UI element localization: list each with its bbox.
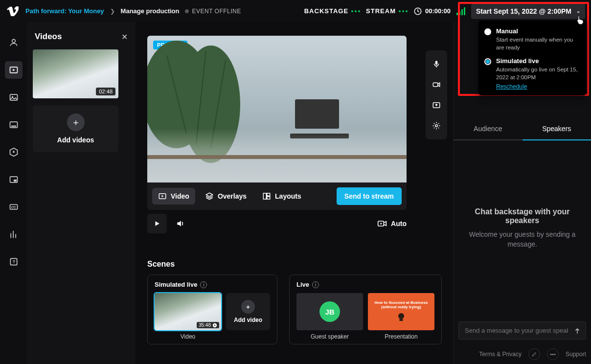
cursor-pointer-icon — [576, 16, 584, 24]
nav-polls[interactable] — [5, 226, 23, 243]
radio-unselected-icon — [484, 28, 491, 35]
svg-rect-24 — [433, 83, 438, 87]
terms-link[interactable]: Terms & Privacy — [479, 351, 522, 358]
duration-badge: 02:48 — [96, 88, 115, 95]
nav-pip[interactable] — [5, 171, 23, 188]
scene-add-video[interactable]: ＋ Add video — [226, 293, 270, 330]
scene-video-label: Video — [155, 333, 221, 340]
left-nav-rail: CC ? — [0, 22, 27, 364]
chat-message-input[interactable] — [458, 321, 586, 340]
tool-video-label: Video — [171, 192, 189, 200]
breadcrumb-project[interactable]: Path forward: Your Money — [25, 7, 104, 15]
preview-monitor: PREVIEW — [147, 36, 407, 182]
option-sim-title: Simulated live — [496, 57, 580, 65]
layout-icon — [262, 192, 271, 201]
svg-rect-6 — [11, 126, 16, 127]
dock-share[interactable] — [427, 95, 446, 115]
auto-toggle[interactable]: Auto — [377, 219, 407, 228]
scenes-heading: Scenes — [147, 260, 441, 269]
pres-line2: (without really trying) — [381, 305, 421, 309]
svg-rect-20 — [267, 193, 270, 196]
avatar: JB — [319, 301, 340, 322]
scene-video-thumb[interactable]: 35:48 — [155, 293, 221, 330]
option-manual-title: Manual — [496, 27, 580, 35]
backstage-label: BACKSTAGE — [304, 7, 348, 15]
tab-audience[interactable]: Audience — [454, 118, 523, 140]
info-icon[interactable]: i — [200, 281, 207, 288]
chat-subtext: Welcome your guests by sending a message… — [464, 230, 580, 249]
tab-speakers[interactable]: Speakers — [523, 118, 591, 140]
right-dock — [426, 50, 447, 139]
close-icon[interactable]: ✕ — [121, 32, 128, 42]
video-thumbnail[interactable]: 02:48 — [33, 49, 118, 98]
info-icon[interactable]: i — [312, 281, 319, 288]
nav-downloads[interactable] — [5, 143, 23, 161]
support-link[interactable]: Support — [566, 351, 586, 358]
tool-overlays-label: Overlays — [218, 192, 247, 200]
scene-add-video-label: Add video — [234, 317, 262, 323]
camera-icon — [432, 80, 441, 89]
elapsed-time: 00:00:00 — [413, 7, 451, 16]
plus-icon: ＋ — [67, 114, 85, 131]
scene-simlive-title: Simulated live — [155, 281, 197, 288]
vimeo-logo[interactable] — [6, 4, 20, 18]
svg-text:CC: CC — [11, 205, 16, 209]
reschedule-link[interactable]: Reschedule — [496, 83, 527, 90]
share-screen-icon — [432, 101, 441, 110]
nav-images[interactable] — [5, 89, 23, 106]
option-manual-desc: Start event manually when you are ready — [496, 36, 580, 51]
nav-videos[interactable] — [5, 61, 23, 79]
dock-camera[interactable] — [427, 75, 446, 94]
send-icon[interactable] — [573, 327, 581, 335]
scene-guest-thumb[interactable]: JB — [296, 293, 363, 330]
elapsed-time-value: 00:00:00 — [425, 7, 451, 15]
send-to-stream-button[interactable]: Send to stream — [337, 187, 402, 205]
option-simulated-live[interactable]: Simulated live Automatically go live on … — [484, 57, 580, 91]
scene-presentation-thumb[interactable]: How to Succeed at Business (without real… — [368, 293, 434, 330]
videos-panel-title: Videos — [35, 32, 62, 42]
nav-people[interactable] — [5, 34, 23, 51]
backstage-indicator: BACKSTAGE — [304, 7, 360, 15]
tool-video[interactable]: Video — [152, 188, 195, 205]
auto-icon — [377, 219, 387, 228]
svg-rect-23 — [435, 61, 438, 65]
tool-layouts[interactable]: Layouts — [256, 188, 307, 205]
option-manual[interactable]: Manual Start event manually when you are… — [484, 27, 580, 51]
scene-presentation-label: Presentation — [368, 333, 434, 340]
stream-label: STREAM — [366, 7, 396, 15]
radio-selected-icon — [484, 58, 491, 65]
nav-captions[interactable]: CC — [5, 198, 23, 216]
svg-rect-3 — [10, 94, 17, 100]
chat-input-wrap — [458, 321, 586, 340]
svg-rect-29 — [399, 319, 403, 321]
add-videos-label: Add videos — [57, 136, 94, 144]
chat-footer: Terms & Privacy ••• Support — [454, 344, 591, 364]
scene-video-duration: 35:48 — [199, 322, 211, 328]
option-sim-desc: Automatically go live on Sept 15, 2022 a… — [496, 66, 580, 81]
svg-rect-19 — [263, 193, 266, 199]
play-button[interactable] — [147, 214, 167, 233]
nav-help[interactable]: ? — [5, 253, 23, 271]
svg-point-28 — [398, 313, 404, 319]
event-status-text: EVENT OFFLINE — [192, 8, 241, 15]
scenes-section: Scenes Simulated livei 35:48 Video — [147, 260, 441, 344]
chat-empty-state: Chat backstage with your speakers Welcom… — [454, 140, 591, 317]
play-small-icon — [212, 323, 217, 328]
footer-more-button[interactable]: ••• — [547, 348, 559, 360]
tool-overlays[interactable]: Overlays — [199, 188, 252, 205]
footer-edit-button[interactable] — [528, 348, 540, 360]
layers-icon — [205, 192, 214, 201]
gear-icon — [432, 121, 441, 130]
volume-button[interactable] — [171, 214, 190, 233]
dock-mic[interactable] — [427, 54, 446, 74]
svg-point-26 — [435, 125, 438, 127]
event-status: EVENT OFFLINE — [185, 8, 241, 15]
nav-lower-thirds[interactable] — [5, 116, 23, 134]
presentation-graphic-icon — [395, 311, 407, 323]
chat-tabs: Audience Speakers — [454, 118, 591, 140]
microphone-icon — [432, 60, 441, 68]
pres-line1: How to Succeed at Business — [375, 300, 428, 305]
stage-area: PREVIEW Video Overlays Layouts Send to — [136, 22, 453, 364]
add-videos-tile[interactable]: ＋ Add videos — [33, 105, 118, 152]
dock-settings[interactable] — [427, 116, 446, 136]
